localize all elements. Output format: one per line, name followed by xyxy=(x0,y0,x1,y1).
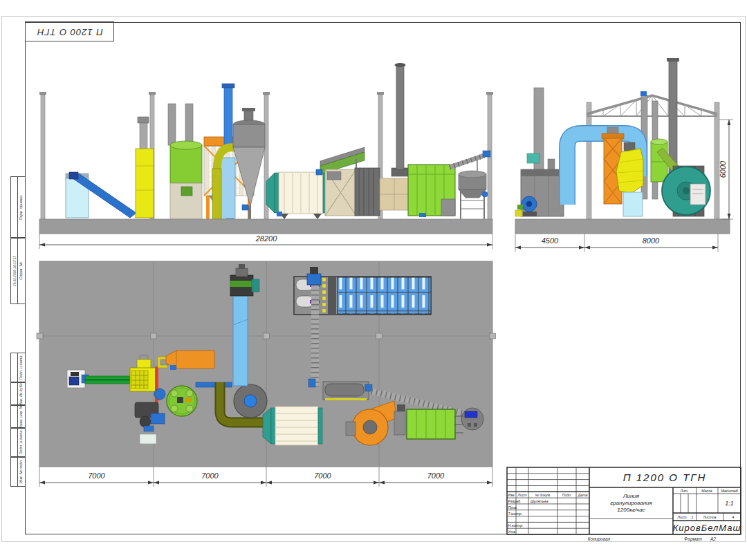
lit-label: Лит. xyxy=(679,489,688,493)
title-block: Изм. Лист № докум. Подп. Дата Разраб. Шу… xyxy=(505,463,747,550)
margin-block-vzam-inv: Взам. инв. № xyxy=(10,404,26,429)
margin-label: Справ. № xyxy=(19,262,23,279)
dim-7000-3: 7000 xyxy=(314,472,331,480)
margin-label: Инв. № дубл. xyxy=(19,382,23,405)
margin-label: Подп. и дата xyxy=(19,430,23,454)
margin-divider xyxy=(17,177,18,238)
margin-block-inv-podl: Инв. № подл. xyxy=(10,456,26,487)
side-elevation-view: 4500 8000 6000 xyxy=(512,55,744,263)
surge-bin xyxy=(168,104,202,219)
margin-divider xyxy=(17,428,18,457)
drawing-sheet: П 1200 О ТГН Перв. примен. Справ. № 20.0… xyxy=(0,0,747,560)
scale-value: 1:1 xyxy=(725,500,734,507)
exhaust-unit xyxy=(515,88,564,216)
margin-label: Взам. инв. № xyxy=(19,404,23,429)
disc-granulator xyxy=(167,386,197,416)
title-block-text: Изм. Лист № докум. Подп. Дата Разраб. Шу… xyxy=(508,472,741,542)
furnace-housing xyxy=(408,165,455,217)
furnace-complex xyxy=(325,63,409,216)
col-podp: Подп. xyxy=(562,493,572,497)
belt-conveyor xyxy=(82,375,130,384)
main-fan xyxy=(662,166,710,216)
margin-block-inv-dubl: Инв. № дубл. xyxy=(10,382,26,406)
designation: П 1200 О ТГН xyxy=(623,472,707,483)
doc-name-1: Линия xyxy=(622,493,640,499)
margin-divider xyxy=(17,353,18,382)
dim-6000: 6000 xyxy=(719,160,727,178)
margin-divider xyxy=(17,382,18,405)
front-elevation-view: 28200 xyxy=(35,55,498,263)
margin-block-sprav-no: Справ. № 20.01.2026 16:17:17 xyxy=(10,237,26,304)
margin-block-perv-primen: Перв. примен. xyxy=(10,176,26,239)
margin-block-podp-data-2: Подп. и дата xyxy=(10,427,26,458)
masshtab-label: Масштаб xyxy=(721,489,738,493)
margin-divider xyxy=(17,238,18,304)
doc-name-2: гранулирования xyxy=(610,500,652,506)
sheets-label: Листов xyxy=(703,515,717,519)
plan-dimensions: 7000 7000 7000 7000 xyxy=(39,467,492,487)
massa-label: Масса xyxy=(701,489,712,493)
razrab-name: Шулятьев xyxy=(531,499,548,503)
row-nkontr: Н.контр. xyxy=(508,523,524,528)
side-ground-slab xyxy=(515,219,730,234)
margin-block-podp-data-1: Подп. и дата xyxy=(10,353,26,383)
margin-date-value: 20.01.2026 16:17:17 xyxy=(12,255,16,286)
col-data: Дата xyxy=(578,493,588,497)
dim-4500: 4500 xyxy=(542,236,559,245)
col-list: Лист xyxy=(517,493,527,497)
row-tkontr: Т.контр. xyxy=(508,512,523,516)
corner-designation-text: П 1200 О ТГН xyxy=(37,26,103,37)
format-label: Формат xyxy=(684,536,702,542)
furnace-plan xyxy=(394,404,463,439)
front-ground-slab xyxy=(39,219,492,234)
screener-plan xyxy=(323,382,372,400)
corner-designation-stamp: П 1200 О ТГН xyxy=(25,21,114,41)
sheet-value: 1 xyxy=(692,515,694,519)
col-izm: Изм. xyxy=(508,493,515,497)
margin-divider xyxy=(17,405,18,428)
row-prov: Пров. xyxy=(508,505,518,510)
dim-7000-4: 7000 xyxy=(427,472,445,480)
plan-view: 7000 7000 7000 7000 xyxy=(35,256,498,491)
margin-divider xyxy=(17,457,18,486)
col-doc: № докум. xyxy=(535,493,551,497)
row-utv: Утв. xyxy=(508,530,517,534)
dim-7000-2: 7000 xyxy=(201,472,219,480)
dim-8000: 8000 xyxy=(643,236,660,245)
round-hopper xyxy=(450,151,490,219)
sheets-value: 4 xyxy=(732,515,735,519)
front-dimension: 28200 xyxy=(39,234,492,249)
copied-label: Копировал xyxy=(588,536,611,542)
row-razrab: Разраб. xyxy=(508,499,522,503)
margin-label: Подп. и дата xyxy=(19,355,23,380)
dryer-plan xyxy=(263,407,322,445)
rotary-dryer xyxy=(266,172,327,219)
doc-name-3: 1200кг/час xyxy=(617,507,645,513)
margin-label: Инв. № подл. xyxy=(19,460,23,484)
dim-28200: 28200 xyxy=(255,234,277,243)
sheet-label: Лист xyxy=(676,515,687,519)
margin-label: Перв. примен. xyxy=(19,194,23,220)
format-value: А2 xyxy=(710,536,716,541)
dim-7000-1: 7000 xyxy=(88,472,105,480)
company-name: КировБелМаш xyxy=(673,523,741,533)
